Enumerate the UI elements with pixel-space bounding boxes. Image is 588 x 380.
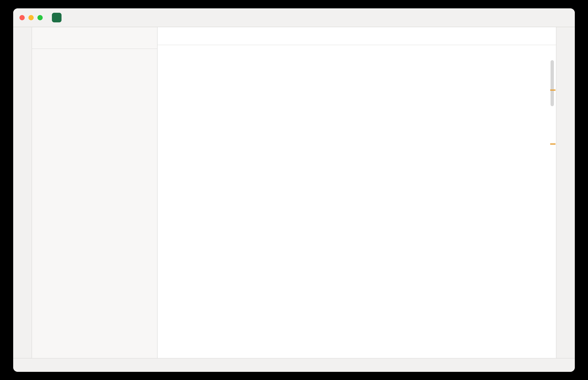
right-tool-rail [556,27,575,358]
statusbar [13,358,575,372]
editor-scrollbar[interactable] [550,60,554,106]
run-button[interactable] [270,12,282,23]
run-toolbar [236,8,317,27]
titlebar [13,8,575,27]
analysis-mark[interactable] [550,143,556,145]
ide-window [13,8,575,372]
analysis-mark[interactable] [550,90,556,91]
run-config-selector[interactable] [253,16,264,19]
zoom-window-button[interactable] [38,15,43,20]
jetnews-logo [52,13,61,22]
structure-tool-window [32,49,157,64]
left-tool-rail [13,27,32,358]
structure-title [32,49,157,64]
more-actions-button[interactable] [305,12,317,23]
project-tool-window [32,27,158,358]
device-selector[interactable] [236,16,247,19]
project-selector[interactable] [49,11,69,24]
vcs-selector[interactable] [69,16,78,19]
close-window-button[interactable] [20,15,25,20]
hidden-tabs-dropdown[interactable] [167,27,180,45]
minimize-window-button[interactable] [28,15,34,20]
editor-area [158,27,556,358]
code-editor[interactable] [158,45,556,358]
editor-tabbar [158,27,556,45]
inspection-widget[interactable] [520,48,542,50]
traffic-lights [20,15,43,20]
debug-button[interactable] [288,12,299,23]
main-area [13,27,575,358]
